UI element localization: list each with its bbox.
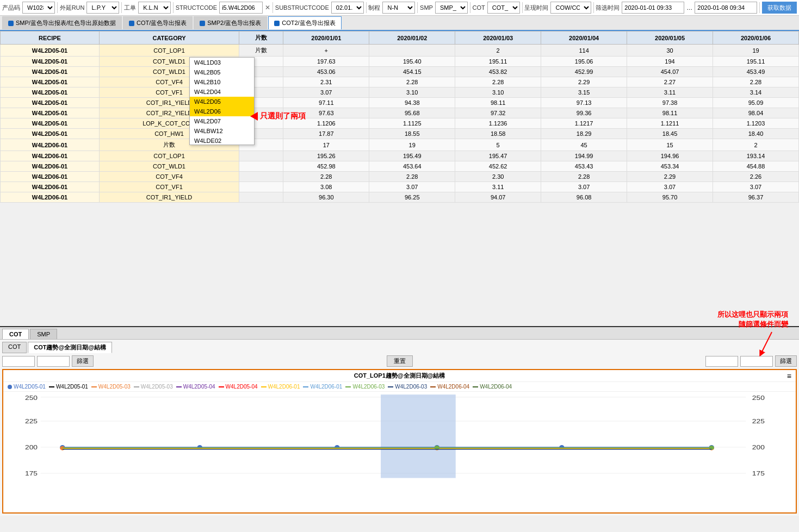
legend-label: W4L2D06-01 [268, 384, 300, 390]
select-process[interactable]: N-N [382, 2, 415, 14]
chart-svg: 250 250 225 225 200 200 175 175 [25, 395, 774, 499]
bottom-tab-cot[interactable]: COT [2, 329, 29, 339]
th-category: CATEGORY [99, 32, 239, 45]
bottom-tab-smp[interactable]: SMP [30, 329, 57, 339]
table-cell-6-7: 98.11 [627, 108, 713, 118]
select-smp[interactable]: SMP_LOP1 [435, 2, 468, 14]
divider-3 [173, 2, 174, 13]
chart-tab-cot[interactable]: COT [2, 342, 27, 353]
legend-item: W4L2D06-03 [388, 384, 427, 390]
tab-smp-blue[interactable]: SMP/蓝色导出报表/红色导出原始数据 [2, 16, 122, 29]
close-icon[interactable]: ✕ [265, 4, 270, 11]
table-cell-11-1: COT_WLD1 [99, 161, 239, 172]
select-substructcode[interactable]: 02.01.03.04 [331, 2, 364, 14]
table-cell-10-7: 194.96 [627, 151, 713, 161]
input-structcode[interactable] [219, 2, 263, 14]
table-row: W4L2D05-01COT_VF42.312.282.282.292.272.2… [1, 77, 799, 87]
table-cell-10-3: 195.26 [283, 151, 369, 161]
table-cell-7-8: 1.1203 [713, 118, 799, 129]
bottom-tabs: COT SMP [0, 327, 799, 340]
series-dot-2-1 [60, 446, 65, 450]
table-cell-3-8: 2.28 [713, 77, 799, 87]
table-row: W4L2D05-01COT_IR1_YIELD97.1194.3898.1197… [1, 98, 799, 108]
dropdown-item[interactable]: W4L2D06 [190, 107, 254, 116]
table-cell-5-8: 95.09 [713, 98, 799, 108]
table-cell-14-5: 94.07 [455, 192, 541, 203]
chart-highlight-rect [381, 395, 456, 478]
chart-filter-input-4[interactable] [740, 356, 773, 367]
table-cell-13-5: 3.11 [455, 182, 541, 192]
table-cell-8-0: W4L2D05-01 [1, 129, 100, 139]
table-cell-6-5: 97.32 [455, 108, 541, 118]
select-product[interactable]: W1028K [22, 2, 55, 14]
table-cell-8-7: 18.45 [627, 129, 713, 139]
get-data-button[interactable]: 获取数据 [762, 2, 797, 14]
table-cell-5-0: W4L2D05-01 [1, 98, 100, 108]
table-cell-4-4: 3.10 [369, 87, 455, 98]
tab-smp2-blue[interactable]: SMP2/蓝色导出报表 [194, 16, 267, 29]
legend-color [8, 385, 12, 389]
label-process: 制程 [368, 4, 380, 12]
dropdown-item[interactable]: W4L2B05 [190, 67, 254, 77]
table-cell-5-3: 97.11 [283, 98, 369, 108]
dropdown-item[interactable]: W4L2D07 [190, 116, 254, 126]
chart-filter-input-1[interactable] [2, 356, 35, 367]
table-cell-2-6: 452.99 [541, 67, 627, 77]
dropdown-item[interactable]: W4LDE02 [190, 136, 254, 145]
table-cell-2-8: 453.49 [713, 67, 799, 77]
main-content: 产品码 W1028K 外延RUN L.P.Y 工单 K.L.N STRUCTCO… [0, 0, 799, 516]
label-cot: COT [473, 4, 485, 11]
legend-label: W4L2D05-04 [183, 384, 215, 390]
divider-1 [57, 2, 58, 13]
dropdown-item[interactable]: W4L1D03 [190, 58, 254, 67]
label-order: 工单 [124, 4, 136, 12]
select-order[interactable]: K.L.N [138, 2, 171, 14]
select-run[interactable]: L.P.Y [86, 2, 119, 14]
legend-color [345, 386, 351, 387]
table-cell-14-3: 96.30 [283, 192, 369, 203]
tab-cot2-blue[interactable]: COT2/蓝色导出报表 [268, 16, 341, 29]
tab-label-smp: SMP/蓝色导出报表/红色导出原始数据 [16, 19, 116, 27]
dropdown-item[interactable]: W4L2D04 [190, 87, 254, 97]
select-present-time[interactable]: COW/COT测试时间 [550, 2, 591, 14]
table-row: W4L2D05-01COT_VF13.073.103.103.153.113.1… [1, 87, 799, 98]
chart-filter-button[interactable]: 篩選 [72, 355, 94, 367]
input-time-start[interactable] [622, 2, 684, 14]
table-cell-7-6: 1.1217 [541, 118, 627, 129]
input-time-end[interactable] [695, 2, 757, 14]
divider-7 [470, 2, 470, 13]
structcode-dropdown[interactable]: W4L1D03W4L2B05W4L2B10W4L2D04W4L2D05W4L2D… [189, 57, 255, 145]
data-table: RECIPE CATEGORY 片数 2020/01/01 2020/01/02… [0, 31, 799, 203]
reset-button[interactable]: 重置 [387, 355, 413, 367]
dropdown-item[interactable]: W4L2B10 [190, 77, 254, 87]
dropdown-scroll[interactable]: W4L1D03W4L2B05W4L2B10W4L2D04W4L2D05W4L2D… [190, 58, 254, 145]
dropdown-item[interactable]: W4L2D05 [190, 97, 254, 107]
legend-color [388, 386, 393, 387]
dropdown-item[interactable]: W4LBW12 [190, 126, 254, 136]
table-cell-1-4: 195.40 [369, 57, 455, 67]
table-cell-11-2 [239, 161, 283, 172]
legend-item: W4L2D05-01 [49, 384, 88, 390]
table-row: W4L2D06-01COT_VF13.083.073.113.073.073.0… [1, 182, 799, 192]
table-cell-0-6: 114 [541, 45, 627, 57]
table-cell-4-3: 3.07 [283, 87, 369, 98]
divider-4 [272, 2, 273, 13]
chart-menu-icon[interactable]: ≡ [787, 372, 791, 380]
table-row: W4L2D05-01COT_HW117.8718.5518.5818.2918.… [1, 129, 799, 139]
label-product: 产品码 [2, 4, 20, 12]
legend-color [134, 386, 139, 387]
chart-tab-trend[interactable]: COT趨勢@全測日期@結構 [28, 342, 112, 353]
label-run: 外延RUN [60, 4, 85, 12]
table-section: RECIPE CATEGORY 片数 2020/01/01 2020/01/02… [0, 31, 799, 327]
table-cell-4-0: W4L2D05-01 [1, 87, 100, 98]
tab-cot-blue[interactable]: COT/蓝色导出报表 [123, 16, 193, 29]
table-cell-11-8: 454.88 [713, 161, 799, 172]
table-cell-6-0: W4L2D05-01 [1, 108, 100, 118]
chart-filter-input-2[interactable] [37, 356, 70, 367]
table-cell-0-1: COT_LOP1 [99, 45, 239, 57]
chart-filter-button-2[interactable]: 篩選 [775, 355, 797, 367]
legend-item: W4L2D05-04 [176, 384, 215, 390]
table-cell-13-4: 3.07 [369, 182, 455, 192]
select-cot[interactable]: COT_LOP1 [487, 2, 520, 14]
chart-filter-input-3[interactable] [705, 356, 738, 367]
